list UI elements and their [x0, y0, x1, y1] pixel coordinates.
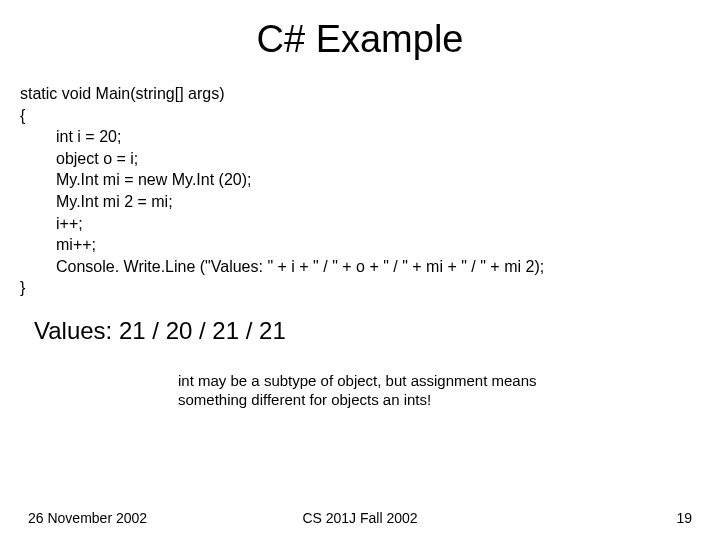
slide-title: C# Example — [28, 18, 692, 61]
slide: C# Example static void Main(string[] arg… — [0, 0, 720, 540]
explanation-note: int may be a subtype of object, but assi… — [178, 371, 608, 410]
output-text: Values: 21 / 20 / 21 / 21 — [34, 317, 692, 345]
slide-footer: 26 November 2002 CS 201J Fall 2002 19 — [0, 510, 720, 526]
code-line: { — [20, 105, 692, 127]
code-line: int i = 20; — [20, 126, 692, 148]
code-line: mi++; — [20, 234, 692, 256]
code-line: My.Int mi 2 = mi; — [20, 191, 692, 213]
code-line: My.Int mi = new My.Int (20); — [20, 169, 692, 191]
footer-page-number: 19 — [676, 510, 692, 526]
footer-course: CS 201J Fall 2002 — [302, 510, 417, 526]
code-line: } — [20, 277, 692, 299]
code-line: i++; — [20, 213, 692, 235]
code-line: static void Main(string[] args) — [20, 83, 692, 105]
code-line: object o = i; — [20, 148, 692, 170]
code-block: static void Main(string[] args) { int i … — [20, 83, 692, 299]
footer-date: 26 November 2002 — [28, 510, 147, 526]
code-line: Console. Write.Line ("Values: " + i + " … — [20, 256, 692, 278]
